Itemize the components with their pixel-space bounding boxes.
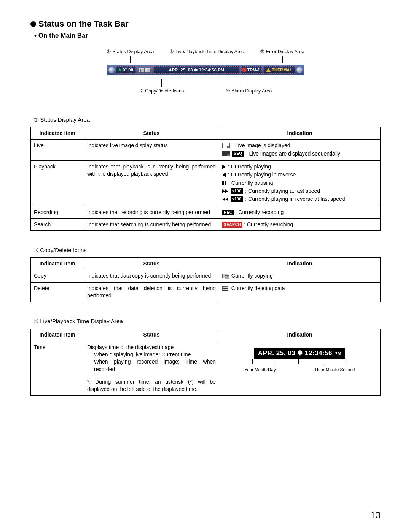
pause-icon: [222, 181, 226, 185]
table-row: Search Indicates that searching is curre…: [31, 218, 381, 230]
th-item: Indicated Item: [31, 329, 84, 341]
play-icon: [222, 165, 226, 169]
th-item: Indicated Item: [31, 127, 84, 140]
table-row: Copy Indicates that data copy is current…: [31, 270, 381, 282]
fast-reverse-icon: [222, 195, 228, 203]
seq-tag: SEQ: [232, 151, 244, 157]
play-icon: [119, 68, 121, 72]
section-2-title: ② Copy/Delete Icons: [33, 247, 381, 254]
th-item: Indicated Item: [31, 258, 84, 270]
live-icon: [222, 143, 230, 148]
taskbar-error-segment: THERMAL: [263, 66, 295, 74]
page-subheading: On the Main Bar: [34, 32, 381, 40]
copy-delete-table: Indicated Item Status Indication Copy In…: [30, 257, 381, 302]
table-row: Recording Indicates that recording is cu…: [31, 206, 381, 218]
time-label-time: Hour:Minute:Second: [315, 367, 355, 373]
taskbar-cap-left-icon: [108, 67, 115, 73]
callout-status-area: ① Status Display Area: [107, 49, 154, 54]
th-status: Status: [84, 127, 219, 140]
taskbar-diagram: ① Status Display Area ③ Live/Playback Ti…: [107, 49, 304, 94]
th-indication: Indication: [219, 258, 381, 270]
taskbar-time-segment: APR. 25. 03 ✱ 12:34:56 PM: [153, 66, 239, 74]
callout-error-area: ⑤ Error Display Area: [260, 49, 304, 54]
live-seq-icon: [222, 151, 230, 156]
reverse-play-icon: [222, 173, 226, 177]
status-display-table: Indicated Item Status Indication Live In…: [30, 127, 381, 231]
delete-icon: [222, 286, 228, 291]
table-row: Live Indicates live image display status…: [31, 140, 381, 161]
th-status: Status: [84, 329, 219, 341]
table-row: Playback Indicates that playback is curr…: [31, 160, 381, 206]
section-3-title: ③ Live/Playback Time Display Area: [33, 318, 381, 325]
time-box: APR. 25. 03 ✱ 12:34:56 PM: [254, 348, 345, 359]
search-tag: SEARCH: [222, 222, 242, 228]
taskbar-copy-delete-segment: [137, 66, 152, 74]
rec-tag: REC: [222, 210, 234, 216]
copy-icon: [222, 274, 228, 278]
callout-copy-delete: ② Copy/Delete Icons: [139, 88, 184, 94]
th-indication: Indication: [219, 127, 381, 140]
speed-tag: x100: [231, 196, 243, 202]
section-1-title: ① Status Display Area: [33, 116, 381, 123]
table-row: Time Displays time of the displayed imag…: [31, 341, 381, 395]
th-status: Status: [84, 258, 219, 270]
time-format-illustration: APR. 25. 03 ✱ 12:34:56 PM Year:Month:Day…: [222, 344, 377, 375]
callout-time-area: ③ Live/Playback Time Display Area: [169, 49, 244, 54]
copy-icon: [139, 68, 144, 72]
speed-tag: x100: [231, 188, 243, 194]
taskbar-illustration: X100 APR. 25. 03 ✱ 12:34:56 PM TRM-1 THE…: [107, 65, 304, 75]
time-label-date: Year:Month:Day: [245, 367, 276, 373]
delete-icon: [145, 68, 150, 72]
taskbar-status-segment: X100: [116, 66, 136, 74]
table-row: Delete Indicates that data deletion is c…: [31, 282, 381, 302]
callout-alarm-area: ④ Alarm Display Area: [226, 88, 272, 94]
page-heading: Status on the Task Bar: [30, 19, 381, 29]
taskbar-cap-right-icon: [296, 67, 303, 73]
warning-icon: [266, 68, 271, 72]
time-display-table: Indicated Item Status Indication Time Di…: [30, 329, 381, 395]
th-indication: Indication: [219, 329, 381, 341]
alarm-dot-icon: [242, 68, 246, 72]
taskbar-alarm-segment: TRM-1: [241, 66, 262, 74]
fast-forward-icon: [222, 187, 228, 195]
